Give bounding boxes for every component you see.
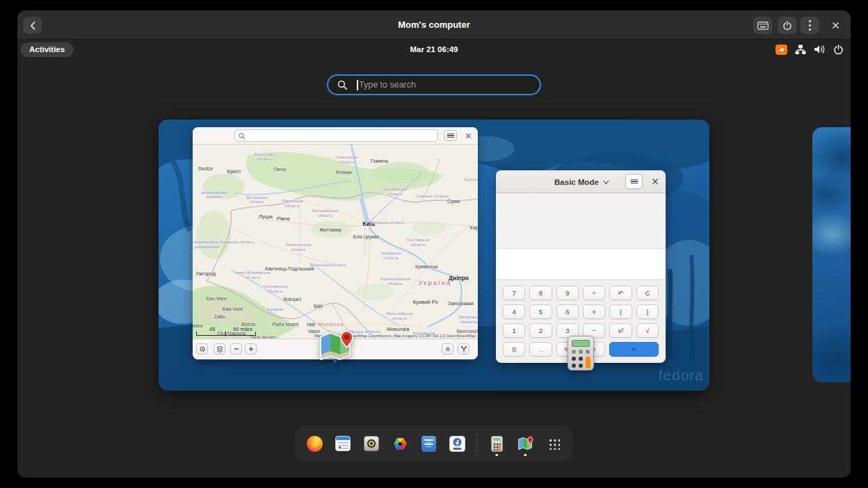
dock-item-maps[interactable]: [516, 430, 534, 457]
calculator-close-button[interactable]: [649, 175, 661, 188]
power-menu-icon[interactable]: [833, 44, 844, 55]
map-label: Кременчук: [415, 264, 437, 269]
calc-key[interactable]: ×: [583, 304, 605, 319]
dock-item-calendar[interactable]: [334, 430, 352, 457]
power-icon: [782, 21, 792, 31]
close-icon: [652, 178, 659, 185]
route-icon: [460, 345, 467, 352]
calculator-headerbar: Basic Mode: [496, 170, 666, 193]
calculator-history-area: [496, 193, 666, 249]
map-label: Україна: [419, 279, 452, 287]
map-canvas[interactable]: SiedlceБрестПинскБрестская областьГомель…: [193, 145, 478, 339]
calc-key[interactable]: .: [529, 342, 552, 357]
calc-key[interactable]: x²: [609, 323, 632, 338]
calc-key[interactable]: 0: [503, 342, 525, 357]
maps-icon: [316, 326, 354, 366]
calc-key[interactable]: 1: [503, 323, 525, 338]
dock-item-files[interactable]: [419, 430, 437, 457]
zoom-out-button[interactable]: [230, 343, 242, 355]
dock-item-music[interactable]: [362, 430, 380, 457]
map-label: Курська обл.: [458, 177, 478, 182]
files-icon: [421, 436, 436, 452]
dock-item-firefox[interactable]: [305, 430, 323, 457]
dock-item-software[interactable]: [448, 430, 466, 457]
calc-key[interactable]: C: [636, 286, 659, 300]
system-tray[interactable]: [775, 40, 844, 59]
calc-key[interactable]: 9: [556, 286, 579, 300]
chevron-down-icon: [603, 178, 609, 184]
search-icon: [337, 80, 348, 90]
calculator-window[interactable]: Basic Mode 789÷↶C456×()123−x²√0.%+=: [496, 170, 666, 363]
maps-app-icon[interactable]: [316, 326, 354, 366]
map-label: Кривий Ріг: [413, 300, 439, 306]
calc-key[interactable]: 7: [503, 286, 525, 300]
maps-close-button[interactable]: [463, 130, 474, 141]
clock[interactable]: Mar 21 06:49: [17, 40, 851, 59]
map-label: Suceava: [257, 307, 293, 312]
map-label: Рівне: [277, 215, 290, 222]
power-button[interactable]: [778, 17, 796, 34]
map-label: Bălți: [314, 304, 323, 309]
screen-share-icon[interactable]: [775, 44, 787, 55]
calc-key[interactable]: =: [609, 342, 659, 357]
calc-key[interactable]: √: [636, 323, 659, 338]
mode-label: Basic Mode: [554, 178, 599, 186]
workspace-thumbnail-next[interactable]: [812, 127, 851, 382]
calculator-menu-button[interactable]: [625, 174, 643, 189]
map-label: Piatra Neamț: [272, 323, 298, 327]
calculator-app-icon[interactable]: [568, 336, 594, 371]
dock-item-photos[interactable]: [391, 430, 409, 457]
locate-button[interactable]: [196, 343, 208, 355]
calc-key[interactable]: 2: [529, 323, 552, 338]
calc-key[interactable]: 4: [503, 304, 525, 319]
menu-button[interactable]: [801, 17, 819, 34]
map-scale-end: 90 miles: [233, 326, 252, 332]
map-label: Кам'янець-Подільський: [265, 266, 314, 271]
map-label: Чернівецька область: [257, 284, 294, 294]
keyboard-icon: [757, 22, 769, 30]
map-label: Волинська область: [239, 195, 275, 205]
volume-icon[interactable]: [814, 44, 826, 54]
map-label: Siedlce: [198, 166, 213, 171]
zoom-in-button[interactable]: [245, 343, 257, 355]
back-button[interactable]: [23, 17, 42, 34]
search-input[interactable]: [359, 76, 533, 94]
shell-search-field[interactable]: [327, 74, 541, 95]
calc-key[interactable]: ): [636, 304, 659, 319]
fedora-software-icon: [449, 436, 465, 452]
remote-viewer-window: Mom's computer Activities Mar 21 06:49: [17, 10, 851, 478]
workspace-thumbnail[interactable]: SiedlceБрестПинскБрестская областьГомель…: [159, 120, 709, 391]
network-icon[interactable]: [795, 44, 806, 55]
kebab-icon: [809, 20, 811, 31]
maps-search-entry[interactable]: [234, 129, 438, 142]
running-indicator: [524, 454, 527, 457]
show-apps-button[interactable]: [545, 430, 563, 457]
fedora-watermark: fedora: [658, 367, 704, 384]
maps-window[interactable]: SiedlceБрестПинскБрестская областьГомель…: [193, 127, 478, 359]
calc-key[interactable]: (: [609, 304, 632, 319]
map-label: Луцьк: [259, 213, 273, 220]
calculator-entry-area[interactable]: [496, 249, 666, 280]
calc-key[interactable]: 5: [529, 304, 552, 319]
map-label: Oradea: [193, 323, 202, 328]
calc-key[interactable]: 8: [529, 286, 552, 300]
map-label: Хмельницька область: [280, 243, 316, 252]
dock-item-calculator[interactable]: [488, 430, 506, 457]
shell-topbar: Activities Mar 21 06:49: [17, 40, 851, 59]
photos-icon: [392, 436, 408, 452]
favorites-button[interactable]: [442, 343, 453, 355]
calc-key[interactable]: ↶: [609, 286, 632, 300]
keyboard-button[interactable]: [753, 17, 772, 34]
map-label: Львівська область: [219, 239, 255, 244]
map-label: woyewództwo lubelskie: [196, 190, 232, 200]
maps-menu-button[interactable]: [444, 130, 457, 141]
close-window-button[interactable]: [827, 17, 844, 34]
map-label: Івано-Франківська область: [234, 270, 271, 280]
route-button[interactable]: [458, 343, 469, 355]
map-label: Iași: [307, 322, 315, 328]
close-icon: [465, 133, 472, 139]
calc-key[interactable]: 6: [556, 304, 579, 319]
layers-button[interactable]: [214, 343, 225, 355]
map-label: Вінницька область: [310, 263, 346, 268]
calc-key[interactable]: ÷: [583, 286, 605, 300]
